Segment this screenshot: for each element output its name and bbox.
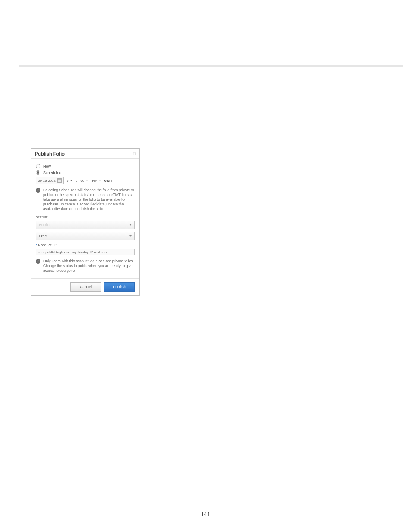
product-id-label-text: Product ID: (38, 243, 58, 247)
info-icon: i (36, 188, 40, 193)
publish-button[interactable]: Publish (104, 282, 135, 292)
scheduled-info: i Selecting Scheduled will change the fo… (36, 188, 135, 212)
product-id-value: com.publishinghouse.kayaktoday.13septemb… (38, 250, 109, 254)
radio-icon[interactable] (36, 164, 40, 168)
radio-now-label: Now (43, 164, 51, 168)
schedule-controls: 09-16-2013 6 : 00 PM GMT (36, 177, 135, 184)
private-info-text: Only users with this account login can s… (43, 259, 135, 273)
header-divider (19, 65, 403, 67)
calendar-icon[interactable] (57, 178, 62, 183)
status-select[interactable]: Public (36, 221, 135, 229)
radio-scheduled-label: Scheduled (43, 171, 62, 175)
status-label: Status: (36, 215, 135, 219)
info-icon: i (36, 259, 40, 264)
chevron-down-icon (99, 180, 101, 181)
minute-value: 00 (81, 179, 84, 183)
hour-select[interactable]: 6 (66, 179, 73, 183)
hour-value: 6 (67, 179, 68, 183)
cancel-button[interactable]: Cancel (70, 282, 101, 292)
chevron-down-icon (70, 180, 72, 181)
date-value: 09-16-2013 (38, 179, 56, 183)
required-marker: * (36, 243, 37, 247)
status-value: Public (39, 223, 50, 227)
page-number: 141 (0, 511, 411, 517)
ampm-value: PM (92, 179, 97, 183)
timezone-label: GMT (104, 179, 112, 183)
publish-folio-dialog: Publish Folio ☐ Now Scheduled 09-16-2013… (31, 148, 140, 296)
chevron-down-icon (86, 180, 88, 181)
date-input[interactable]: 09-16-2013 (36, 177, 64, 184)
product-id-label: *Product ID: (36, 243, 135, 247)
dialog-title: Publish Folio (35, 151, 65, 156)
chevron-down-icon (129, 235, 132, 237)
minute-select[interactable]: 00 (80, 179, 89, 183)
radio-scheduled-row[interactable]: Scheduled (36, 170, 135, 175)
dialog-footer: Cancel Publish (31, 278, 139, 295)
price-value: Free (39, 234, 47, 238)
dialog-titlebar: Publish Folio ☐ (31, 149, 139, 159)
chevron-down-icon (129, 224, 132, 226)
page: Publish Folio ☐ Now Scheduled 09-16-2013… (0, 0, 411, 532)
product-id-input[interactable]: com.publishinghouse.kayaktoday.13septemb… (36, 249, 135, 255)
dialog-body: Now Scheduled 09-16-2013 6 : 00 (31, 159, 139, 278)
price-select[interactable]: Free (36, 232, 135, 240)
radio-now-row[interactable]: Now (36, 164, 135, 168)
close-icon[interactable]: ☐ (133, 152, 136, 156)
ampm-select[interactable]: PM (91, 179, 102, 183)
radio-icon[interactable] (36, 170, 40, 175)
time-colon: : (75, 179, 77, 183)
scheduled-info-text: Selecting Scheduled will change the foli… (43, 188, 135, 212)
private-info: i Only users with this account login can… (36, 259, 135, 273)
